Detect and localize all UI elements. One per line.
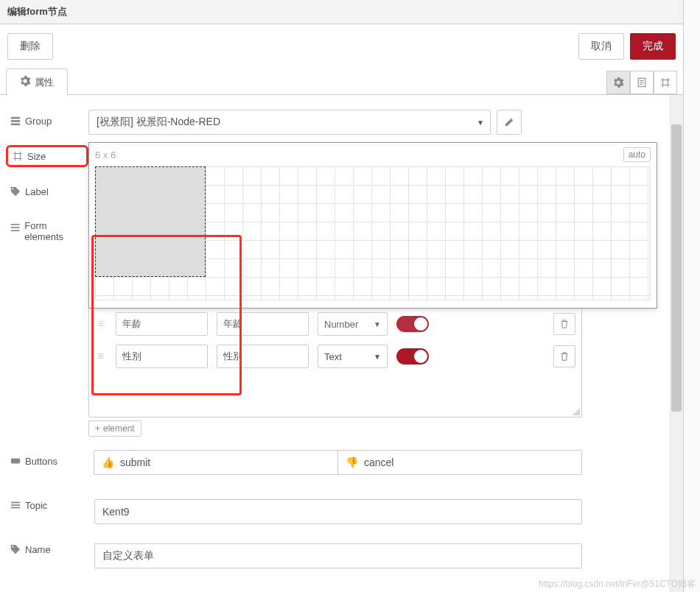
svg-rect-5: [11, 117, 20, 119]
plus-icon: +: [95, 423, 100, 434]
required-toggle[interactable]: [396, 348, 429, 364]
grid-icon: [10, 116, 21, 126]
bars-icon: [10, 500, 21, 510]
element-delete-button[interactable]: [553, 313, 575, 335]
topic-row: Topic: [88, 494, 582, 529]
toolbar: 删除 取消 完成: [0, 24, 683, 68]
svg-rect-12: [11, 230, 20, 231]
delete-button[interactable]: 删除: [7, 33, 53, 60]
tab-action-gear[interactable]: [606, 71, 630, 94]
svg-rect-13: [11, 459, 20, 464]
scrollbar[interactable]: [670, 95, 683, 592]
content-area: Group Size Label Form elements [祝景阳] 祝景阳…: [0, 95, 683, 592]
name-row: Name: [88, 538, 582, 574]
cancel-button[interactable]: 取消: [578, 33, 624, 60]
thumbs-up-icon: 👍: [102, 457, 114, 468]
buttons-icon: [10, 456, 21, 466]
add-element-button[interactable]: + element: [88, 420, 141, 437]
size-selection: [95, 166, 206, 277]
tab-action-layout[interactable]: [654, 71, 677, 94]
size-display: 6 x 6: [95, 149, 116, 161]
element-name-input[interactable]: [217, 312, 309, 336]
form-elements-list: ≡ Number ▼ ≡: [88, 304, 582, 417]
topic-input[interactable]: [94, 499, 582, 524]
element-label-input[interactable]: [116, 345, 208, 368]
svg-rect-16: [11, 507, 20, 509]
size-popup: 6 x 6 auto: [88, 142, 657, 309]
svg-point-17: [12, 546, 13, 547]
svg-rect-15: [11, 504, 20, 506]
tabs-row: 属性: [0, 68, 683, 95]
svg-rect-6: [11, 120, 20, 122]
tab-action-info[interactable]: [630, 71, 654, 94]
tab-properties-label: 属性: [35, 76, 54, 89]
watermark: https://blog.csdn.net/inFer@51CTO博客: [539, 578, 696, 591]
label-form-elements: Form elements: [7, 216, 88, 247]
size-grid[interactable]: [95, 166, 651, 300]
name-input[interactable]: [94, 543, 582, 568]
svg-rect-4: [663, 80, 668, 85]
svg-point-9: [12, 188, 13, 189]
done-button[interactable]: 完成: [630, 33, 676, 60]
outer-gutter: [684, 0, 700, 592]
label-name: Name: [7, 538, 88, 560]
buttons-row: Buttons 👍 submit 👎 cancel: [88, 450, 582, 485]
svg-rect-8: [15, 154, 21, 159]
svg-rect-10: [11, 224, 20, 225]
group-row: [祝景阳] 祝景阳-Node-RED ▼: [88, 110, 522, 135]
tag-icon: [10, 186, 21, 197]
chevron-down-icon: ▼: [374, 353, 381, 361]
grip-icon[interactable]: ≡: [95, 350, 107, 363]
group-edit-button[interactable]: [497, 110, 522, 135]
label-group: Group: [7, 110, 88, 132]
svg-rect-14: [11, 502, 20, 504]
scrollbar-thumb[interactable]: [671, 124, 682, 412]
gear-icon: [20, 76, 30, 88]
element-type-select[interactable]: Text ▼: [318, 345, 388, 368]
element-delete-button[interactable]: [553, 345, 575, 367]
tag-icon: [10, 544, 21, 554]
resize-handle[interactable]: [573, 408, 580, 415]
tab-properties[interactable]: 属性: [6, 68, 68, 95]
svg-rect-11: [11, 227, 20, 228]
element-label-input[interactable]: [116, 312, 208, 336]
element-type-select[interactable]: Number ▼: [318, 312, 388, 336]
chevron-down-icon: ▼: [374, 320, 381, 328]
size-icon: [13, 151, 23, 161]
submit-button-input[interactable]: 👍 submit: [94, 451, 337, 474]
label-size: Size: [6, 145, 88, 167]
element-name-input[interactable]: [217, 345, 309, 368]
trash-icon: [559, 319, 570, 329]
cancel-button-input[interactable]: 👎 cancel: [337, 451, 581, 474]
list-icon: [10, 222, 20, 233]
tray-header: 编辑form节点: [0, 0, 683, 24]
label-buttons: Buttons: [7, 450, 88, 472]
svg-rect-7: [11, 124, 20, 126]
chevron-down-icon: ▼: [477, 119, 484, 127]
trash-icon: [559, 351, 570, 362]
size-auto-button[interactable]: auto: [623, 147, 651, 162]
pencil-icon: [504, 117, 514, 127]
label-label: Label: [7, 180, 88, 202]
grip-icon[interactable]: ≡: [95, 317, 107, 331]
thumbs-down-icon: 👎: [346, 457, 358, 468]
element-row: ≡ Number ▼: [95, 308, 575, 340]
tray-title: 编辑form节点: [7, 5, 676, 18]
element-row: ≡ Text ▼: [95, 340, 575, 373]
label-topic: Topic: [7, 494, 88, 516]
required-toggle[interactable]: [396, 316, 429, 332]
group-select[interactable]: [祝景阳] 祝景阳-Node-RED ▼: [88, 110, 491, 135]
